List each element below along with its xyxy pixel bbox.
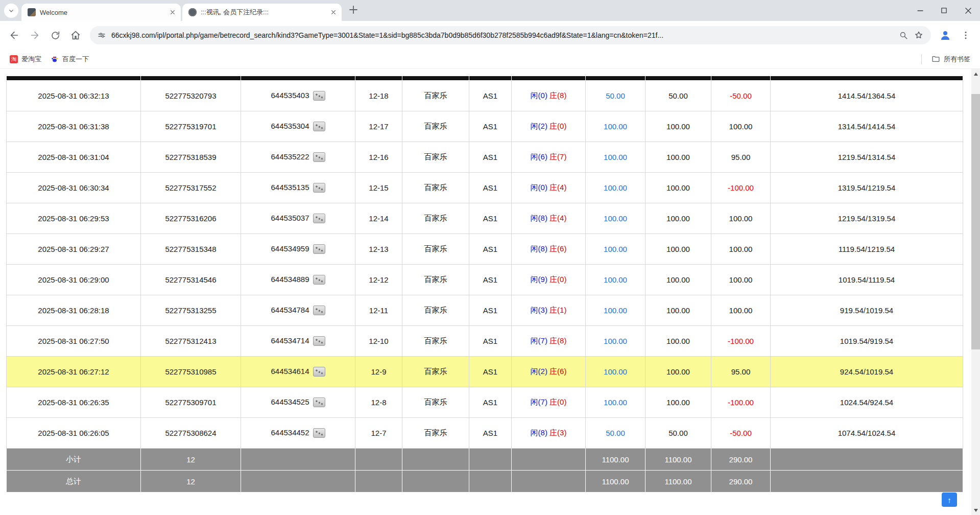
summary-empty-cell	[402, 449, 469, 471]
cell-game-type: 百家乐	[402, 357, 469, 387]
cell-table: AS1	[469, 387, 512, 418]
maximize-button[interactable]	[932, 0, 956, 21]
replay-dice-icon[interactable]	[313, 91, 325, 101]
replay-dice-icon[interactable]	[313, 244, 325, 254]
column-header-partial	[469, 76, 512, 81]
cell-win-loss: 100.00	[711, 203, 771, 234]
bookmark-star-icon[interactable]	[914, 30, 924, 40]
table-row: 2025-08-31 06:26:05522775308624644534452…	[7, 418, 963, 449]
summary-bet-total: 1100.00	[586, 449, 646, 471]
bookmark-label: 爱淘宝	[21, 55, 41, 64]
cell-round-no: 644534889	[241, 265, 355, 295]
cell-valid-amount: 100.00	[646, 111, 711, 142]
cell-valid-amount: 100.00	[646, 357, 711, 387]
home-button[interactable]	[65, 25, 86, 45]
new-tab-button[interactable]	[347, 4, 360, 16]
zoom-icon[interactable]	[899, 31, 909, 40]
cell-game-type: 百家乐	[402, 387, 469, 418]
replay-dice-icon[interactable]	[313, 275, 325, 285]
back-to-top-button[interactable]: ↑	[942, 493, 957, 507]
reload-button[interactable]	[45, 25, 65, 45]
replay-dice-icon[interactable]	[313, 214, 325, 223]
tab-search-button[interactable]	[4, 4, 18, 18]
scrollbar-down-arrow-icon[interactable]	[971, 506, 980, 514]
tab-close-icon[interactable]	[329, 8, 338, 16]
summary-row: 小计121100.001100.00290.00	[7, 449, 963, 471]
cell-bet-content: 闲(8) 庄(4)	[512, 203, 586, 234]
cell-win-loss: -50.00	[711, 81, 771, 111]
cell-bet-amount[interactable]: 100.00	[586, 357, 646, 387]
table-row: 2025-08-31 06:31:04522775318539644535222…	[7, 142, 963, 173]
cell-balance: 1019.54/1119.54	[771, 265, 963, 295]
cell-time: 2025-08-31 06:30:34	[7, 173, 141, 203]
site-info-icon[interactable]	[97, 31, 106, 40]
cell-bet-amount[interactable]: 100.00	[586, 203, 646, 234]
close-icon	[965, 7, 972, 14]
cell-round: 12-16	[355, 142, 402, 173]
forward-button[interactable]	[25, 25, 45, 45]
address-bar[interactable]: 66cxkj98.com/ipl/portal.php/game/betreco…	[90, 26, 931, 44]
replay-dice-icon[interactable]	[313, 336, 325, 346]
replay-dice-icon[interactable]	[313, 122, 325, 131]
table-row: 2025-08-31 06:29:27522775315348644534959…	[7, 234, 963, 265]
cell-bet-amount[interactable]: 100.00	[586, 265, 646, 295]
tab-close-icon[interactable]	[169, 8, 177, 16]
back-button[interactable]	[4, 25, 25, 45]
tab-welcome[interactable]: Welcome	[21, 4, 181, 21]
cell-balance: 1019.54/919.54	[771, 326, 963, 357]
cell-table: AS1	[469, 326, 512, 357]
replay-dice-icon[interactable]	[313, 367, 325, 377]
replay-dice-icon[interactable]	[313, 152, 325, 162]
summary-label: 小计	[7, 449, 141, 471]
cell-game-type: 百家乐	[402, 203, 469, 234]
bookmark-aitaobao[interactable]: 淘 爱淘宝	[5, 53, 46, 66]
table-row: 2025-08-31 06:30:34522775317552644535135…	[7, 173, 963, 203]
url-text[interactable]: 66cxkj98.com/ipl/portal.php/game/betreco…	[111, 31, 894, 39]
cell-table: AS1	[469, 111, 512, 142]
vertical-scrollbar[interactable]	[971, 69, 980, 515]
replay-dice-icon[interactable]	[313, 397, 325, 407]
cell-round-no: 644534784	[241, 295, 355, 326]
cell-bet-amount[interactable]: 100.00	[586, 111, 646, 142]
cell-bet-content: 闲(9) 庄(0)	[512, 265, 586, 295]
all-bookmarks-button[interactable]: 所有书签	[927, 53, 975, 66]
tab-betrecord[interactable]: :::视讯, 会员下注纪录:::	[182, 4, 342, 21]
cell-bet-content: 闲(8) 庄(3)	[512, 418, 586, 449]
cell-table: AS1	[469, 357, 512, 387]
cell-bet-content: 闲(0) 庄(8)	[512, 81, 586, 111]
replay-dice-icon[interactable]	[313, 428, 325, 438]
summary-empty-cell	[512, 449, 586, 471]
minimize-icon	[917, 7, 924, 14]
column-header-partial	[512, 76, 586, 81]
table-row: 2025-08-31 06:27:50522775312413644534714…	[7, 326, 963, 357]
scrollbar-thumb[interactable]	[971, 94, 980, 349]
summary-empty-cell	[469, 449, 512, 471]
scrollbar-up-arrow-icon[interactable]	[971, 69, 980, 78]
bookmark-baidu[interactable]: 百度一下	[46, 53, 93, 66]
cell-valid-amount: 100.00	[646, 142, 711, 173]
cell-bet-amount[interactable]: 100.00	[586, 142, 646, 173]
cell-bet-amount[interactable]: 50.00	[586, 418, 646, 449]
replay-dice-icon[interactable]	[313, 306, 325, 315]
cell-time: 2025-08-31 06:27:50	[7, 326, 141, 357]
cell-bet-amount[interactable]: 100.00	[586, 173, 646, 203]
summary-label: 总计	[7, 471, 141, 493]
minimize-button[interactable]	[908, 0, 932, 21]
cell-round: 12-9	[355, 357, 402, 387]
cell-bet-amount[interactable]: 100.00	[586, 387, 646, 418]
cell-bet-amount[interactable]: 100.00	[586, 234, 646, 265]
cell-game-type: 百家乐	[402, 418, 469, 449]
cell-round-no: 644534959	[241, 234, 355, 265]
cell-bet-amount[interactable]: 50.00	[586, 81, 646, 111]
cell-bet-content: 闲(2) 庄(6)	[512, 357, 586, 387]
menu-button[interactable]	[955, 25, 976, 45]
cell-bet-amount[interactable]: 100.00	[586, 326, 646, 357]
replay-dice-icon[interactable]	[313, 183, 325, 193]
profile-button[interactable]	[935, 25, 955, 45]
bookmarks-divider	[921, 54, 922, 64]
close-window-button[interactable]	[956, 0, 980, 21]
table-row: 2025-08-31 06:26:35522775309701644534525…	[7, 387, 963, 418]
summary-empty-cell	[241, 449, 355, 471]
table-row: 2025-08-31 06:31:38522775319701644535304…	[7, 111, 963, 142]
cell-bet-amount[interactable]: 100.00	[586, 295, 646, 326]
